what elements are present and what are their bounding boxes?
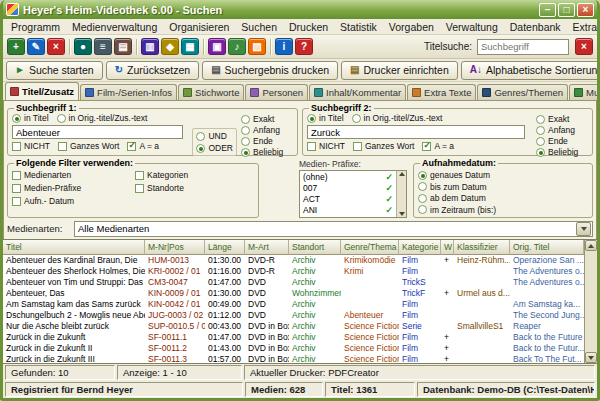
- column-header-orig[interactable]: Orig. Titel: [510, 240, 584, 255]
- table-row[interactable]: Zurück in die Zukunft IISF-0011.201:43.0…: [3, 343, 584, 354]
- reset-button[interactable]: ↻Zurücksetzen: [106, 61, 199, 80]
- titlesearch-input[interactable]: [477, 39, 569, 55]
- scroll-down-icon[interactable]: [399, 212, 405, 216]
- search-icon[interactable]: ●: [74, 38, 92, 55]
- scrollbar-track[interactable]: [585, 251, 597, 352]
- column-header-mnr[interactable]: M-Nr|Pos: [145, 240, 205, 255]
- menu-item-verwaltung[interactable]: Verwaltung: [440, 20, 504, 34]
- exit-icon[interactable]: ×: [575, 38, 593, 55]
- table-row[interactable]: Zurück in die Zukunft IIISF-0011.301:57.…: [3, 354, 584, 364]
- radio-in-orig-1[interactable]: in Orig.-titel/Zus.-text: [57, 113, 148, 123]
- tab-genres-themen[interactable]: Genres/Themen: [477, 84, 568, 100]
- prefix-item-ani[interactable]: ANI✓: [300, 204, 396, 215]
- maximize-icon[interactable]: □: [558, 3, 575, 17]
- column-header-klass[interactable]: Klassifizier: [454, 240, 510, 255]
- nicht-checkbox-2[interactable]: NICHT: [307, 141, 345, 151]
- ganzes-wort-checkbox-1[interactable]: Ganzes Wort: [58, 141, 119, 151]
- anfang-radio-1[interactable]: Anfang: [241, 125, 293, 135]
- alpha-sort-button[interactable]: A↓Alphabetische Sortierung: [461, 61, 600, 80]
- suchbegriff2-input[interactable]: [307, 125, 525, 139]
- exakt-radio-2[interactable]: Exakt: [536, 114, 588, 124]
- edit-media-icon[interactable]: ✎: [27, 38, 45, 55]
- nicht-checkbox-1[interactable]: NICHT: [12, 141, 50, 151]
- radio-in-titel-2[interactable]: in Titel: [307, 113, 344, 123]
- dropdown-icon[interactable]: [576, 222, 591, 236]
- praefixe-scrollbar[interactable]: [396, 171, 406, 217]
- notes-icon[interactable]: ▨: [248, 38, 266, 55]
- column-header-mart[interactable]: M-Art: [245, 240, 289, 255]
- beliebig-radio-2[interactable]: Beliebig: [536, 147, 588, 157]
- radio-in-orig-2[interactable]: in Orig.-titel/Zus.-text: [352, 113, 443, 123]
- table-scrollbar[interactable]: [584, 240, 597, 363]
- statistics-icon[interactable]: ▥: [141, 38, 159, 55]
- table-row[interactable]: Abenteuer von Tim und Struppi: Das GeCM3…: [3, 277, 584, 288]
- column-header-kategorie[interactable]: Kategorie: [399, 240, 441, 255]
- medienarten-select[interactable]: Alle Medienarten: [74, 221, 593, 237]
- filter-checkbox-kategorien[interactable]: Kategorien: [135, 170, 254, 180]
- aufnahme-option-genaues-datum[interactable]: genaues Datum: [418, 170, 588, 180]
- tab-musik[interactable]: Musik: [569, 84, 600, 100]
- a-gleich-a-checkbox-1[interactable]: A = a: [127, 141, 159, 151]
- menu-item-drucken[interactable]: Drucken: [283, 20, 334, 34]
- prefix-item-ohne[interactable]: (ohne)✓: [300, 171, 396, 182]
- close-icon[interactable]: ×: [577, 3, 594, 17]
- menu-item-programm[interactable]: Programm: [5, 20, 66, 34]
- scroll-down-button[interactable]: [585, 352, 597, 363]
- exakt-radio-1[interactable]: Exakt: [241, 114, 293, 124]
- aufnahme-option-im-zeitraum-bis[interactable]: im Zeitraum (bis:): [418, 205, 588, 215]
- menu-item-statistik[interactable]: Statistik: [334, 20, 383, 34]
- ende-radio-2[interactable]: Ende: [536, 136, 588, 146]
- table-row[interactable]: Abenteuer, DasKIN-0009 / 0101:30.00DVDWo…: [3, 288, 584, 299]
- database-icon[interactable]: ▦: [181, 38, 199, 55]
- radio-in-titel-1[interactable]: in Titel: [12, 113, 49, 123]
- filter-checkbox-medien-präfixe[interactable]: Medien-Präfixe: [12, 183, 131, 193]
- ende-radio-1[interactable]: Ende: [241, 136, 293, 146]
- help-icon[interactable]: ?: [295, 38, 313, 55]
- scroll-up-icon[interactable]: [399, 172, 405, 176]
- table-row[interactable]: Nur die Asche bleibt zurückSUP-0010.5 / …: [3, 321, 584, 332]
- info-icon[interactable]: i: [275, 38, 293, 55]
- menu-item-medienverwaltung[interactable]: Medienverwaltung: [66, 20, 163, 34]
- oder-radio[interactable]: ODER: [196, 143, 233, 153]
- tab-extra-texte[interactable]: Extra Texte: [407, 84, 476, 100]
- settings-icon[interactable]: ◆: [161, 38, 179, 55]
- print-icon[interactable]: ▤: [114, 38, 132, 55]
- prefix-item-007[interactable]: 007✓: [300, 182, 396, 193]
- table-row[interactable]: Dschungelbuch 2 - Mowglis neue Abent...J…: [3, 310, 584, 321]
- minimize-icon[interactable]: –: [539, 3, 556, 17]
- aufnahme-option-bis-zum-datum[interactable]: bis zum Datum: [418, 182, 588, 192]
- prefix-item-act[interactable]: ACT✓: [300, 193, 396, 204]
- column-header-w[interactable]: W: [441, 240, 454, 255]
- menu-item-organisieren[interactable]: Organisieren: [163, 20, 235, 34]
- tab-film-serien-infos[interactable]: Film-/Serien-Infos: [80, 84, 177, 100]
- column-header-titel[interactable]: Titel: [3, 240, 145, 255]
- tab-inhalt-kommentar[interactable]: Inhalt/Kommentar: [309, 84, 406, 100]
- table-row[interactable]: Zurück in die ZukunftSF-0011.101:47.00DV…: [3, 332, 584, 343]
- ganzes-wort-checkbox-2[interactable]: Ganzes Wort: [353, 141, 414, 151]
- aufnahme-option-ab-dem-datum[interactable]: ab dem Datum: [418, 193, 588, 203]
- search-start-button[interactable]: ►Suche starten: [6, 61, 103, 80]
- menu-item-datenbank[interactable]: Datenbank: [504, 20, 567, 34]
- suchbegriff1-input[interactable]: [12, 125, 183, 139]
- table-row[interactable]: Abenteuer des Kardinal Braun, DieHUM-001…: [3, 255, 584, 266]
- column-header-genre[interactable]: Genre/Thema: [341, 240, 399, 255]
- filter-checkbox-medienarten[interactable]: Medienarten: [12, 170, 131, 180]
- new-media-icon[interactable]: +: [7, 38, 25, 55]
- filter-checkbox-aufn-datum[interactable]: Aufn.- Datum: [12, 196, 131, 206]
- column-header-standort[interactable]: Standort: [289, 240, 341, 255]
- anfang-radio-2[interactable]: Anfang: [536, 125, 588, 135]
- scroll-up-button[interactable]: [585, 240, 597, 251]
- filter-checkbox-standorte[interactable]: Standorte: [135, 183, 254, 193]
- music-icon[interactable]: ♪: [228, 38, 246, 55]
- und-radio[interactable]: UND: [196, 131, 233, 141]
- table-row[interactable]: Abenteuer des Sherlock Holmes, DieKRI-00…: [3, 266, 584, 277]
- tab-personen[interactable]: Personen: [245, 84, 308, 100]
- delete-media-icon[interactable]: ×: [47, 38, 65, 55]
- menu-item-vorgaben[interactable]: Vorgaben: [383, 20, 440, 34]
- menu-item-suchen[interactable]: Suchen: [235, 20, 283, 34]
- printer-setup-button[interactable]: ▤Drucker einrichten: [341, 61, 458, 80]
- beliebig-radio-1[interactable]: Beliebig: [241, 147, 293, 157]
- a-gleich-a-checkbox-2[interactable]: A = a: [422, 141, 454, 151]
- table-row[interactable]: Am Samstag kam das Sams zurückKIN-0042 /…: [3, 299, 584, 310]
- film-icon[interactable]: ▣: [208, 38, 226, 55]
